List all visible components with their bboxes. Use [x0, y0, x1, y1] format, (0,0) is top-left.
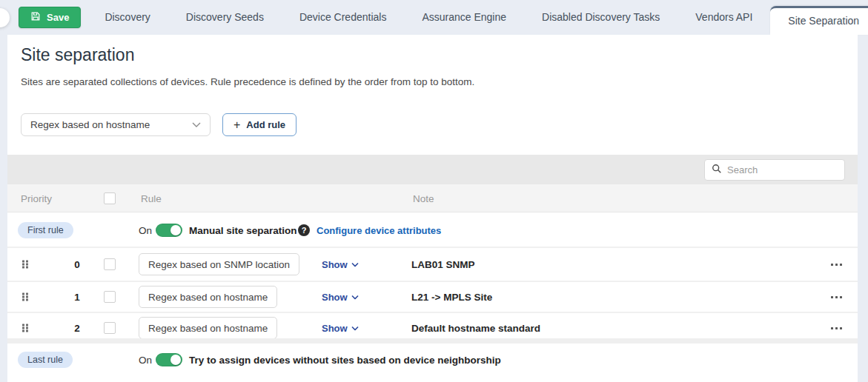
column-header-rule: Rule — [141, 192, 162, 204]
last-rule-badge: Last rule — [18, 352, 73, 368]
show-link[interactable]: Show — [322, 323, 359, 334]
drawer-handle[interactable] — [0, 8, 10, 27]
select-all-checkbox[interactable] — [104, 192, 116, 204]
show-link[interactable]: Show — [322, 259, 359, 270]
rule-row-0: 0 Regex based on SNMP location Show LAB0… — [7, 249, 858, 279]
rule-note: LAB01 SNMP — [411, 259, 475, 270]
first-rule-title: Manual site separation — [189, 224, 297, 235]
row-menu-icon[interactable] — [828, 321, 844, 335]
save-button[interactable]: Save — [19, 7, 81, 28]
search-input[interactable] — [727, 164, 858, 175]
drag-handle-icon[interactable] — [22, 324, 28, 332]
row-checkbox[interactable] — [104, 291, 116, 303]
help-icon[interactable]: ? — [298, 224, 310, 236]
row-menu-icon[interactable] — [828, 290, 844, 304]
row-checkbox[interactable] — [104, 322, 116, 334]
plus-icon: + — [233, 119, 240, 131]
tab-assurance-engine[interactable]: Assurance Engine — [404, 0, 524, 35]
first-rule-badge: First rule — [18, 222, 73, 238]
tab-discovery-seeds[interactable]: Discovery Seeds — [168, 0, 282, 35]
page-subtitle: Sites are separated collections of devic… — [21, 76, 474, 87]
site-separation-panel: Site separation Sites are separated coll… — [7, 35, 858, 382]
first-rule-toggle-state: On — [139, 224, 152, 235]
table-header-row: Priority Rule Note — [7, 184, 858, 212]
tab-site-separation[interactable]: Site Separation — [770, 6, 868, 35]
save-button-label: Save — [47, 12, 69, 23]
rule-note: L21 -> MPLS Site — [411, 292, 492, 303]
priority-value: 1 — [65, 292, 89, 303]
search-icon — [712, 164, 722, 177]
configure-device-attributes-link[interactable]: Configure device attributes — [317, 224, 441, 235]
tab-discovery[interactable]: Discovery — [87, 0, 168, 35]
drag-handle-icon[interactable] — [22, 293, 28, 301]
add-rule-label: Add rule — [246, 119, 285, 130]
rule-row-1: 1 Regex based on hostname Show L21 -> MP… — [7, 281, 858, 312]
tab-disabled-discovery-tasks[interactable]: Disabled Discovery Tasks — [524, 0, 677, 35]
last-rule-title: Try to assign devices without sites base… — [189, 355, 501, 366]
show-link[interactable]: Show — [322, 292, 359, 303]
chevron-down-icon — [192, 122, 201, 127]
last-rule-toggle-state: On — [139, 355, 152, 366]
rule-type-button[interactable]: Regex based on hostname — [139, 317, 277, 339]
save-icon — [30, 11, 41, 24]
tab-vendors-api[interactable]: Vendors API — [677, 0, 770, 35]
add-rule-button[interactable]: + Add rule — [222, 113, 296, 136]
first-rule-row: First rule On Manual site separation ? C… — [7, 213, 858, 248]
rule-type-button[interactable]: Regex based on hostname — [139, 286, 277, 308]
top-tab-bar: Save Discovery Discovery Seeds Device Cr… — [0, 0, 868, 35]
column-header-note: Note — [413, 192, 434, 204]
rule-type-select-value: Regex based on hostname — [30, 119, 150, 130]
section-separator — [7, 338, 858, 344]
column-header-priority: Priority — [21, 192, 52, 204]
table-toolbar — [7, 155, 858, 184]
priority-value: 2 — [65, 323, 89, 334]
tab-device-credentials[interactable]: Device Credentials — [282, 0, 405, 35]
first-rule-toggle[interactable] — [156, 224, 182, 237]
row-checkbox[interactable] — [104, 258, 116, 270]
page-title: Site separation — [21, 45, 134, 65]
rule-type-select[interactable]: Regex based on hostname — [21, 113, 211, 136]
priority-value: 0 — [65, 259, 89, 270]
search-box[interactable] — [704, 159, 845, 181]
last-rule-row: Last rule On Try to assign devices witho… — [7, 344, 858, 376]
drag-handle-icon[interactable] — [22, 261, 28, 269]
rule-note: Default hostname standard — [411, 323, 540, 334]
tab-list: Discovery Discovery Seeds Device Credent… — [87, 0, 868, 35]
rule-type-button[interactable]: Regex based on SNMP location — [139, 253, 299, 275]
row-menu-icon[interactable] — [828, 258, 844, 271]
last-rule-toggle[interactable] — [156, 353, 182, 366]
